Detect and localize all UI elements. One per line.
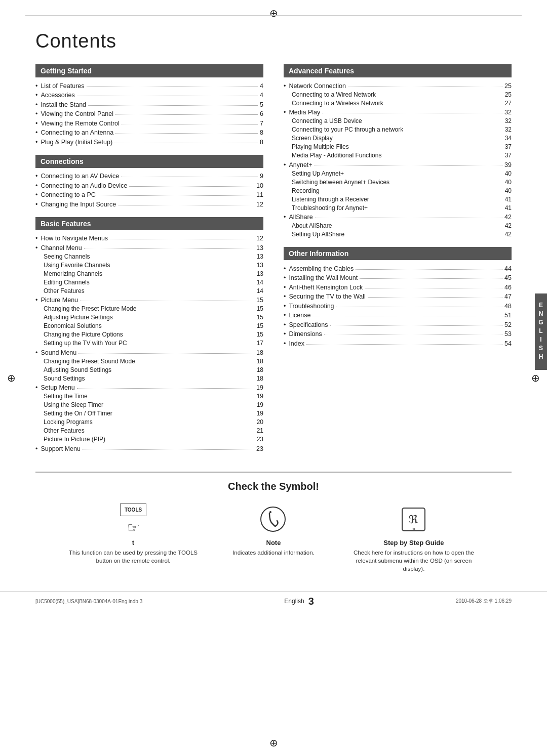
item-label: Assembling the Cables [289, 265, 354, 272]
page-num: 4 [260, 92, 263, 99]
footer-language: English [284, 598, 304, 605]
sub-label: Setting up the TV with Your PC [44, 340, 257, 347]
page-num: 15 [257, 314, 263, 321]
toc-subitem: Adjusting Sound Settings 18 [44, 366, 263, 373]
dots [312, 310, 502, 317]
toc-item: Connecting to an AV Device 9 [35, 172, 263, 180]
stepbystep-symbol: ℜ m Step by Step Guide Check here for in… [348, 505, 480, 573]
dots [110, 233, 254, 240]
toc-item: Assembling the Cables 44 [284, 264, 512, 272]
item-label: Plug & Play (Initial Setup) [41, 139, 112, 146]
page-num: 53 [504, 330, 512, 338]
page-num: 13 [257, 270, 263, 277]
item-label: Index [289, 340, 304, 347]
toc-item: How to Navigate Menus 12 [35, 234, 263, 242]
connections-section: Connections Connecting to an AV Device 9… [35, 155, 263, 208]
left-column: Getting Started List of Features 4 Acces… [35, 64, 263, 461]
toc-subitem: Connecting to a Wireless Network 27 [292, 100, 512, 107]
item-label: Accessories [41, 92, 74, 99]
page-num: 32 [504, 109, 512, 116]
page-num: 25 [504, 82, 512, 90]
dots [77, 383, 254, 389]
toc-item: Setup Menu 19 [35, 384, 263, 392]
toc-item: Plug & Play (Initial Setup) 8 [35, 138, 263, 146]
item-label: Changing the Input Source [41, 201, 116, 208]
page-num: 15 [257, 305, 263, 312]
advanced-features-section: Advanced Features Network Connection 25 … [284, 64, 512, 238]
toc-item: Viewing the Remote Control 7 [35, 119, 263, 127]
sub-label: Using Favorite Channels [44, 262, 257, 269]
toc-subitem: Setting the On / Off Timer 19 [44, 410, 263, 417]
page-num: 54 [504, 340, 512, 347]
footer-timestamp: 2010-06-28 오후 1:06:29 [456, 598, 512, 605]
item-label: Setup Menu [41, 384, 74, 391]
toc-item: AllShare 42 [284, 213, 512, 221]
sub-label: About AllShare [292, 222, 505, 229]
note-icon [258, 505, 289, 535]
sub-label: Setting the On / Off Timer [44, 410, 257, 417]
connections-list: Connecting to an AV Device 9 Connecting … [35, 172, 263, 208]
toc-item: Securing the TV to the Wall 47 [284, 292, 512, 301]
sub-label: Media Play - Additional Functions [292, 152, 505, 159]
svg-point-0 [261, 507, 285, 531]
item-label: Viewing the Control Panel [41, 110, 113, 117]
toc-subitem: Troubleshooting for Anynet+ 41 [292, 204, 512, 212]
dots [368, 291, 502, 298]
toc-item: Connecting to an Audio Device 10 [35, 181, 263, 189]
page-title: Contents [35, 30, 512, 52]
sub-label: Adjusting Sound Settings [44, 366, 257, 373]
note-symbol-label: Note [266, 539, 281, 547]
dots [322, 107, 502, 114]
page-num: 42 [505, 231, 512, 238]
getting-started-header: Getting Started [35, 64, 263, 77]
page-num: 13 [256, 244, 263, 251]
page-num: 41 [505, 196, 512, 203]
toc-subitem: Changing the Preset Sound Mode 18 [44, 358, 263, 365]
toc-item: Support Menu 23 [35, 444, 263, 452]
language-tab: ENGLISH [535, 293, 547, 370]
page-num: 13 [257, 253, 263, 260]
item-label: Viewing the Remote Control [41, 120, 119, 127]
reg-mark-right: ⊕ [531, 372, 540, 384]
page-num: 4 [260, 82, 263, 90]
page-num: 23 [256, 445, 263, 452]
page-num: 19 [257, 393, 263, 400]
toc-item: Sound Menu 18 [35, 348, 263, 356]
reg-mark-top: ⊕ [269, 7, 278, 19]
advanced-features-header: Advanced Features [284, 64, 512, 77]
sub-label: Picture In Picture (PIP) [44, 436, 257, 443]
toc-item: Network Connection 25 [284, 81, 512, 90]
page-num: 14 [257, 279, 263, 286]
item-label: Securing the TV to the Wall [289, 293, 365, 300]
dots [80, 295, 254, 302]
item-label: How to Navigate Menus [41, 235, 108, 242]
page-num: 40 [505, 170, 512, 177]
page-num: 32 [505, 117, 512, 124]
sub-label: Memorizing Channels [44, 270, 257, 277]
sub-label: Connecting to a Wireless Network [292, 100, 505, 107]
toc-subitem: Setting Up AllShare 42 [292, 231, 512, 238]
item-label: Connecting to a PC [41, 191, 95, 198]
page-num: 51 [504, 312, 512, 319]
page-num: 19 [257, 401, 263, 408]
stepbystep-icon: ℜ m [399, 505, 429, 535]
page-num: 37 [505, 143, 512, 150]
symbol-grid: TOOLS ☞ t This function can be used by p… [35, 505, 512, 573]
page-num: 52 [504, 321, 512, 328]
toc-subitem: Other Features 14 [44, 287, 263, 295]
toc-item: Anynet+ 39 [284, 160, 512, 169]
note-svg [259, 506, 287, 533]
page-num: 27 [505, 100, 512, 107]
getting-started-section: Getting Started List of Features 4 Acces… [35, 64, 263, 146]
dots [315, 212, 502, 219]
dots [121, 171, 258, 178]
sub-label: Editing Channels [44, 279, 257, 286]
basic-features-list: How to Navigate Menus 12 Channel Menu 13… [35, 234, 263, 452]
toc-subitem: Listening through a Receiver 41 [292, 196, 512, 203]
dots [324, 329, 502, 335]
toc-item: Specifications 52 [284, 320, 512, 328]
sub-label: Playing Multiple Files [292, 143, 505, 150]
item-label: Sound Menu [41, 349, 76, 356]
sub-label: Other Features [44, 287, 257, 295]
toc-item: Index 54 [284, 339, 512, 347]
